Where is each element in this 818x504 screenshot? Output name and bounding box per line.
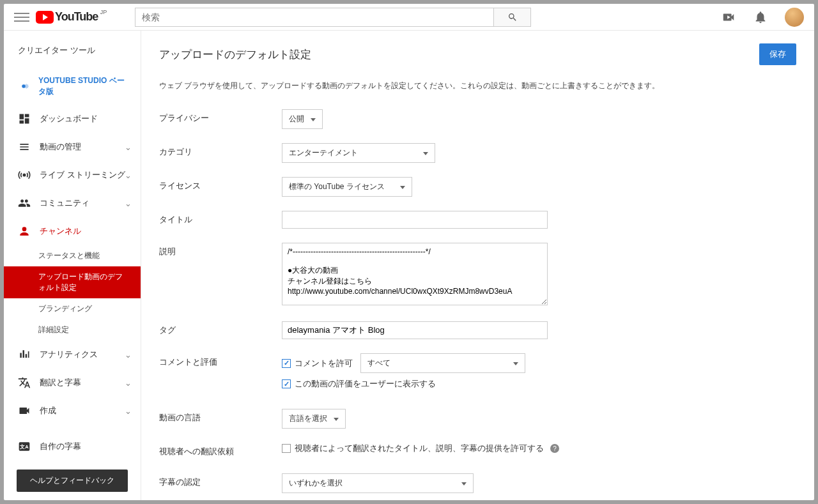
sidebar-sub-upload-defaults[interactable]: アップロード動画のデフォルト設定	[4, 266, 141, 298]
studio-icon	[17, 79, 31, 93]
analytics-icon	[17, 348, 32, 361]
main-content: アップロードのデフォルト設定 保存 ウェブ ブラウザを使用して、アップロードする…	[141, 31, 814, 500]
dashboard-icon	[17, 112, 32, 125]
label-tags: タグ	[159, 321, 282, 336]
help-icon[interactable]: ?	[550, 444, 559, 453]
sidebar-item-create[interactable]: 作成 ⌄	[4, 397, 141, 425]
chevron-down-icon: ⌄	[125, 171, 132, 180]
svg-point-1	[23, 174, 26, 177]
sidebar-item-label: ダッシュボード	[40, 113, 98, 125]
chevron-down-icon: ⌄	[125, 406, 132, 416]
sidebar-item-label: YOUTUBE STUDIO ベータ版	[38, 75, 128, 97]
label-category: カテゴリ	[159, 143, 282, 158]
tags-input[interactable]	[282, 321, 548, 339]
show-ratings-checkbox[interactable]	[282, 379, 291, 388]
sidebar-item-own-subtitles[interactable]: 文A 自作の字幕	[4, 432, 141, 461]
sidebar-sub-advanced[interactable]: 詳細設定	[4, 319, 141, 340]
svg-point-2	[22, 227, 27, 231]
show-ratings-label: この動画の評価をユーザーに表示する	[295, 378, 436, 390]
sidebar-item-label: 動画の管理	[40, 141, 81, 153]
label-translation-request: 視聴者への翻訳依頼	[159, 443, 282, 457]
save-button[interactable]: 保存	[759, 43, 796, 65]
language-select[interactable]: 言語を選択	[282, 409, 346, 429]
sidebar: クリエイター ツール YOUTUBE STUDIO ベータ版 ダッシュボード 動…	[4, 31, 141, 500]
chevron-down-icon: ⌄	[125, 142, 132, 152]
allow-comments-label: コメントを許可	[295, 358, 353, 369]
search-icon	[507, 12, 518, 22]
avatar[interactable]	[785, 8, 804, 27]
sidebar-item-label: 翻訳と字幕	[40, 377, 81, 388]
header: YouTube JP	[4, 4, 814, 31]
label-privacy: プライバシー	[159, 109, 282, 124]
page-description: ウェブ ブラウザを使用して、アップロードする動画のデフォルトを設定してください。…	[159, 80, 796, 91]
translation-request-checkbox[interactable]	[282, 444, 291, 453]
video-manager-icon	[17, 141, 32, 153]
translate-icon	[17, 376, 32, 389]
sidebar-item-translations[interactable]: 翻訳と字幕 ⌄	[4, 369, 141, 397]
sidebar-item-label: ライブ ストリーミング	[40, 169, 125, 181]
label-license: ライセンス	[159, 177, 282, 192]
create-icon	[17, 404, 32, 417]
live-icon	[17, 169, 32, 181]
comments-filter-select[interactable]: すべて	[360, 353, 525, 373]
menu-icon[interactable]	[14, 10, 29, 25]
community-icon	[17, 197, 32, 210]
caption-cert-select[interactable]: いずれかを選択	[282, 473, 474, 493]
sidebar-item-dashboard[interactable]: ダッシュボード	[4, 105, 141, 133]
sidebar-item-label: 自作の字幕	[40, 441, 81, 452]
chevron-down-icon: ⌄	[125, 378, 132, 388]
sidebar-title: クリエイター ツール	[4, 40, 141, 68]
notifications-icon[interactable]	[753, 10, 768, 25]
sidebar-item-studio[interactable]: YOUTUBE STUDIO ベータ版	[4, 68, 141, 105]
label-language: 動画の言語	[159, 409, 282, 424]
svg-text:文A: 文A	[19, 444, 29, 450]
sidebar-item-label: チャンネル	[40, 225, 81, 237]
channel-icon	[17, 225, 32, 238]
upload-icon[interactable]	[721, 10, 736, 25]
sidebar-sub-branding[interactable]: ブランディング	[4, 298, 141, 319]
search-input[interactable]	[135, 8, 494, 27]
feedback-button[interactable]: ヘルプとフィードバック	[17, 470, 128, 492]
chevron-down-icon: ⌄	[125, 199, 132, 208]
sidebar-item-live[interactable]: ライブ ストリーミング ⌄	[4, 161, 141, 189]
label-caption-cert: 字幕の認定	[159, 473, 282, 488]
sidebar-item-label: 作成	[40, 405, 56, 416]
label-comments: コメントと評価	[159, 353, 282, 368]
search-button[interactable]	[494, 8, 531, 27]
sidebar-item-label: アナリティクス	[40, 349, 98, 360]
sidebar-item-community[interactable]: コミュニティ ⌄	[4, 189, 141, 217]
label-title: タイトル	[159, 211, 282, 225]
page-title: アップロードのデフォルト設定	[159, 47, 311, 62]
chevron-down-icon: ⌄	[125, 350, 132, 360]
category-select[interactable]: エンターテイメント	[282, 143, 435, 163]
license-select[interactable]: 標準の YouTube ライセンス	[282, 177, 412, 197]
privacy-select[interactable]: 公開	[282, 109, 323, 129]
allow-comments-checkbox[interactable]	[282, 359, 291, 368]
subtitles-icon: 文A	[17, 440, 32, 453]
translation-request-label: 視聴者によって翻訳されたタイトル、説明、字幕の提供を許可する	[295, 443, 544, 454]
sidebar-item-analytics[interactable]: アナリティクス ⌄	[4, 340, 141, 369]
sidebar-sub-status[interactable]: ステータスと機能	[4, 245, 141, 266]
title-input[interactable]	[282, 211, 548, 229]
sidebar-item-video-manager[interactable]: 動画の管理 ⌄	[4, 133, 141, 161]
sidebar-item-channel[interactable]: チャンネル	[4, 217, 141, 245]
sidebar-item-label: コミュニティ	[40, 197, 89, 209]
label-description: 説明	[159, 243, 282, 257]
youtube-logo[interactable]: YouTube JP	[36, 10, 98, 24]
description-textarea[interactable]: /*--------------------------------------…	[282, 243, 548, 305]
